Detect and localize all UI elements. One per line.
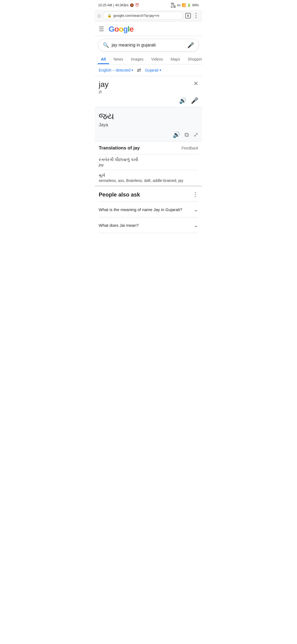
tabs-counter[interactable]: 6 <box>185 13 191 18</box>
translations-header: Translations of jay Feedback <box>99 145 198 151</box>
output-speaker-button[interactable]: 🔊 <box>173 131 180 138</box>
translations-section: Translations of jay Feedback રંગબેરંગી પ… <box>95 141 202 187</box>
tab-images[interactable]: Images <box>128 54 147 64</box>
mute-icon: 🔕 <box>130 3 134 7</box>
input-actions: 🔊 🎤 <box>99 97 198 104</box>
url-text: google.com/search?q=jay+m <box>113 13 159 18</box>
time-display: 10:25 AM <box>98 3 112 7</box>
input-content: jay jā <box>99 80 109 94</box>
paa-question-2: What does Jai mean? <box>99 223 194 228</box>
input-speaker-button[interactable]: 🔊 <box>179 97 186 104</box>
paa-question-1: What is the meaning of name Jay in Gujar… <box>99 207 194 212</box>
source-language-label: English – detected <box>99 68 130 72</box>
tab-all[interactable]: All <box>98 54 109 64</box>
search-bar[interactable]: 🔍 jay meaning in gujarati 🎤 <box>98 39 199 51</box>
home-icon[interactable]: ⌂ <box>98 12 101 19</box>
target-language-label: Gujarati <box>145 68 158 72</box>
people-also-ask-section: People also ask ⋮ What is the meaning of… <box>95 187 202 233</box>
translation-english-1: jay <box>99 163 198 167</box>
paa-header: People also ask ⋮ <box>99 191 198 198</box>
expand-translation-button[interactable]: ⤢ <box>193 131 198 138</box>
translation-row-1: રંગબેરંગી પીંછાવાળું પંખી jay <box>99 154 198 170</box>
signal-bars-icon: 📶 <box>182 3 186 7</box>
network-speed: 40.0KB/s <box>115 3 129 7</box>
paa-title: People also ask <box>99 192 140 198</box>
translate-output-box: જય Jaya 🔊 ⧉ ⤢ <box>95 107 202 141</box>
tab-news[interactable]: News <box>110 54 127 64</box>
source-lang-dropdown-icon: ▾ <box>131 68 133 72</box>
translate-input-box: jay jā ✕ 🔊 🎤 <box>95 76 202 107</box>
input-mic-button[interactable]: 🎤 <box>191 97 198 104</box>
copy-translation-button[interactable]: ⧉ <box>185 131 189 138</box>
status-left: 10:25 AM | 40.0KB/s 🔕 ⏰ <box>98 3 139 7</box>
clear-input-button[interactable]: ✕ <box>193 80 198 87</box>
google-header: ☰ Google <box>95 21 202 36</box>
source-language-selector[interactable]: English – detected ▾ <box>99 68 133 72</box>
paa-chevron-down-icon-1: ⌄ <box>194 206 198 213</box>
translation-row-2: મૂર્ખ senseless, ass, Brainless, daft, a… <box>99 170 198 185</box>
translations-title: Translations of jay <box>99 145 140 151</box>
tab-videos[interactable]: Videos <box>148 54 166 64</box>
input-word: jay <box>99 80 109 89</box>
battery-percent: 89% <box>192 3 199 7</box>
tab-maps[interactable]: Maps <box>167 54 183 64</box>
translation-english-2: senseless, ass, Brainless, daft, addle-b… <box>99 178 198 183</box>
paa-more-options-icon[interactable]: ⋮ <box>192 191 198 198</box>
lock-icon: 🔒 <box>107 13 112 18</box>
hamburger-menu-icon[interactable]: ☰ <box>99 26 104 33</box>
search-icon: 🔍 <box>103 42 109 48</box>
output-actions: 🔊 ⧉ ⤢ <box>99 131 198 138</box>
status-right: VoLTE 4G 📶 🔋 89% <box>171 2 199 8</box>
output-word-gujarati: જય <box>99 111 198 121</box>
tab-shopping[interactable]: Shopping <box>185 54 202 64</box>
separator: | <box>113 3 114 7</box>
google-logo: Google <box>109 25 133 34</box>
alarm-icon: ⏰ <box>135 3 139 7</box>
translation-gujarati-2: મૂર્ખ <box>99 173 198 178</box>
translate-bar: English – detected ▾ ⇄ Gujarati ▾ <box>95 64 202 76</box>
translation-gujarati-1: રંગબેરંગી પીંછાવાળું પંખી <box>99 157 198 162</box>
more-options-icon[interactable]: ⋮ <box>193 12 199 19</box>
output-phonetic: Jaya <box>99 122 198 127</box>
paa-item-2[interactable]: What does Jai mean? ⌄ <box>99 217 198 233</box>
browser-bar: ⌂ 🔒 google.com/search?q=jay+m 6 ⋮ <box>95 10 202 21</box>
paa-item-1[interactable]: What is the meaning of name Jay in Gujar… <box>99 202 198 217</box>
target-lang-dropdown-icon: ▾ <box>160 68 161 72</box>
input-phonetic: jā <box>99 89 109 94</box>
target-language-selector[interactable]: Gujarati ▾ <box>145 68 161 72</box>
swap-languages-icon[interactable]: ⇄ <box>137 67 141 73</box>
volte-icon: VoLTE <box>171 2 176 8</box>
paa-chevron-down-icon-2: ⌄ <box>194 222 198 228</box>
feedback-button[interactable]: Feedback <box>182 146 198 150</box>
search-query: jay meaning in gujarati <box>112 43 185 48</box>
mic-icon[interactable]: 🎤 <box>187 42 194 48</box>
battery-icon: 🔋 <box>187 3 191 7</box>
signal-4g-icon: 4G <box>177 4 181 7</box>
tab-bar: All News Images Videos Maps Shopping <box>95 54 202 64</box>
url-bar[interactable]: 🔒 google.com/search?q=jay+m <box>103 12 183 20</box>
status-bar: 10:25 AM | 40.0KB/s 🔕 ⏰ VoLTE 4G 📶 🔋 89% <box>95 0 202 10</box>
